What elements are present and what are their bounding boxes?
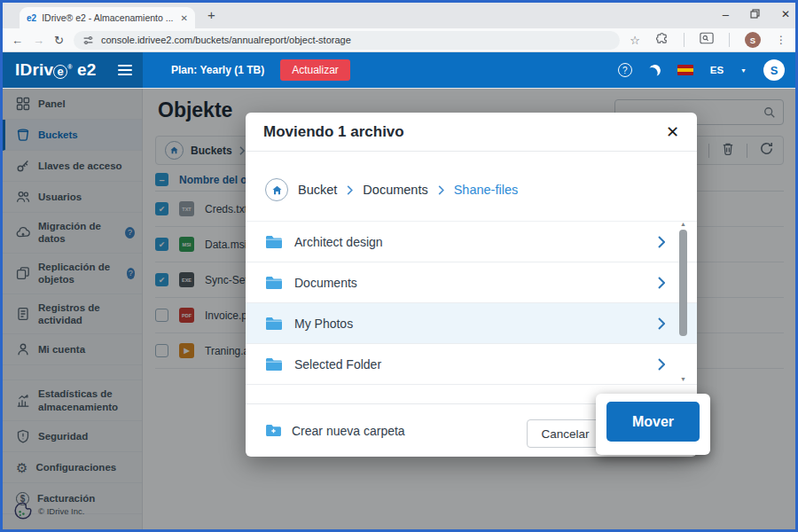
folder-icon [265,276,283,290]
dark-mode-moon-icon[interactable] [647,63,661,77]
minimize-button[interactable]: – [723,8,729,21]
divider [684,33,685,47]
window-controls: – ✕ [723,6,790,22]
tab-close-icon[interactable]: ✕ [181,13,188,23]
scroll-up-icon[interactable]: ▲ [680,221,686,227]
chevron-right-icon[interactable] [658,317,665,330]
create-folder-button[interactable]: Crear nueva carpeta [265,424,405,438]
language-label[interactable]: ES [710,65,724,75]
folder-list: Architect design Documents My Photos Sel… [246,221,697,385]
folder-icon [265,235,283,249]
plan-label: Plan: Yearly (1 TB) [171,64,264,76]
spain-flag-icon[interactable] [677,65,693,75]
upgrade-button[interactable]: Actualizar [280,59,350,81]
home-icon[interactable] [265,178,288,201]
idrive-e2-logo: IDrive® e2 [15,60,97,80]
scrollbar-thumb[interactable] [679,230,687,336]
tab-title: IDrive® e2 - Almacenamiento ... [42,12,175,23]
header-actions: ? ES ▼ S [618,59,795,81]
browser-menu-icon[interactable]: ⋮ [776,34,786,46]
modal-header: Moviendo 1 archivo ✕ [246,113,697,152]
folder-row-documents[interactable]: Documents [246,262,697,303]
hamburger-menu-icon[interactable] [118,65,132,76]
search-tabs-icon [700,32,714,44]
modal-crumb-documents[interactable]: Documents [363,183,427,197]
chevron-right-icon[interactable] [658,277,665,289]
move-button[interactable]: Mover [606,402,700,442]
folder-icon [265,357,283,372]
tab-bar: e2 IDrive® e2 - Almacenamiento ... ✕ + –… [3,3,795,28]
restore-icon [750,9,760,19]
reload-icon[interactable]: ↻ [54,34,64,47]
browser-tab[interactable]: e2 IDrive® e2 - Almacenamiento ... ✕ [20,7,195,28]
restore-button[interactable] [750,6,760,22]
address-box[interactable]: console.idrivee2.com/buckets/annualrepor… [74,31,620,50]
extensions-puzzle-icon [655,32,669,45]
back-icon[interactable]: ← [12,34,23,47]
close-window-button[interactable]: ✕ [781,8,790,20]
account-avatar[interactable]: S [763,59,785,81]
modal-crumb-shane-files[interactable]: Shane-files [454,183,519,197]
modal-breadcrumb: Bucket Documents Shane-files [246,152,697,221]
folder-row-selected-folder[interactable]: Selected Folder [246,344,697,385]
folder-list-scrollbar[interactable]: ▲ ▼ [678,221,688,382]
browser-window: e2 IDrive® e2 - Almacenamiento ... ✕ + –… [0,0,798,532]
folder-row-architect-design[interactable]: Architect design [246,222,697,262]
side-panel-button[interactable] [700,32,714,48]
forward-icon[interactable]: → [33,34,44,47]
mover-highlight-box: Mover [596,394,710,455]
folder-row-my-photos[interactable]: My Photos [246,303,697,344]
new-tab-button[interactable]: + [207,7,215,22]
chevron-right-icon[interactable] [658,236,665,248]
chevron-right-icon[interactable] [658,358,665,371]
bookmark-star-icon[interactable]: ☆ [630,34,640,47]
modal-title: Moviendo 1 archivo [263,123,404,141]
help-icon[interactable]: ? [618,63,632,77]
site-favicon: e2 [27,13,36,23]
extensions-button[interactable] [655,32,669,49]
divider [729,33,730,47]
folder-plus-icon [265,424,282,437]
scroll-down-icon[interactable]: ▼ [680,376,686,382]
logo-area: IDrive® e2 [3,52,143,88]
chrome-actions: ☆ S ⋮ [630,32,786,49]
cancel-button[interactable]: Cancelar [527,419,604,448]
app-header: IDrive® e2 Plan: Yearly (1 TB) Actualiza… [3,52,795,88]
modal-crumb-bucket[interactable]: Bucket [298,183,337,197]
url-bar: ← → ↻ console.idrivee2.com/buckets/annua… [3,28,795,52]
folder-icon [265,317,283,331]
modal-close-icon[interactable]: ✕ [666,122,679,142]
chevron-right-icon [347,185,353,195]
chevron-down-icon[interactable]: ▼ [740,67,747,74]
url-text: console.idrivee2.com/buckets/annualrepor… [101,35,351,45]
browser-profile-avatar[interactable]: S [745,32,761,48]
site-settings-icon [82,35,94,46]
chevron-right-icon [438,185,444,195]
